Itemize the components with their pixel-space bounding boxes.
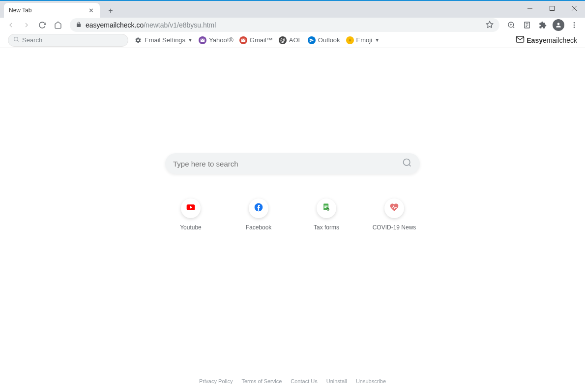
footer: Privacy Policy Terms of Service Contact … <box>0 378 585 384</box>
svg-point-20 <box>404 159 410 166</box>
toolbar-item-label: Email Settings <box>145 36 185 44</box>
outlook-link[interactable]: Outlook <box>308 36 340 44</box>
mail-icon <box>239 36 247 44</box>
chevron-down-icon: ▼ <box>188 37 193 43</box>
lock-icon <box>76 21 82 29</box>
svg-rect-28 <box>324 207 326 208</box>
reader-icon[interactable] <box>520 18 534 32</box>
smile-icon <box>346 36 354 44</box>
svg-marker-4 <box>486 21 493 28</box>
heart-pulse-icon <box>389 202 399 214</box>
chevron-down-icon: ▼ <box>375 37 380 43</box>
shortcut-label: Tax forms <box>314 224 339 231</box>
svg-line-17 <box>17 40 18 41</box>
url-domain: easyemailcheck.co <box>86 21 144 29</box>
facebook-icon <box>254 202 263 214</box>
at-icon: @ <box>279 36 287 44</box>
send-icon <box>308 36 316 44</box>
footer-privacy-link[interactable]: Privacy Policy <box>199 378 233 384</box>
svg-point-19 <box>350 39 351 40</box>
brand-logo: Easyemailcheck <box>516 35 577 45</box>
page-toolbar: Search Email Settings ▼ Yahoo!® Gmail™ @… <box>0 32 585 48</box>
toolbar-search-placeholder: Search <box>22 36 42 44</box>
menu-button[interactable] <box>567 18 581 32</box>
tab-title: New Tab <box>9 7 87 14</box>
svg-point-18 <box>349 39 350 40</box>
main-search-input[interactable] <box>173 160 402 168</box>
footer-uninstall-link[interactable]: Uninstall <box>326 378 347 384</box>
extensions-icon[interactable] <box>536 18 550 32</box>
shortcut-label: Youtube <box>180 224 202 231</box>
profile-avatar[interactable] <box>552 18 565 32</box>
home-button[interactable] <box>51 18 65 32</box>
url-path: /newtab/v1/e8bysu.html <box>144 21 216 29</box>
emoji-link[interactable]: Emoji ▼ <box>346 36 380 44</box>
document-icon <box>322 202 331 214</box>
bookmark-star-icon[interactable] <box>486 21 494 30</box>
shortcut-facebook[interactable]: Facebook <box>236 198 281 231</box>
forward-button[interactable] <box>20 18 33 32</box>
envelope-icon <box>516 35 525 45</box>
close-tab-icon[interactable]: ✕ <box>87 6 95 14</box>
brand-bold: Easy <box>526 36 543 44</box>
svg-point-14 <box>574 25 575 26</box>
toolbar-item-label: AOL <box>289 36 302 44</box>
brand-rest: emailcheck <box>543 36 577 44</box>
reload-button[interactable] <box>35 18 49 32</box>
window-controls <box>519 1 585 16</box>
toolbar-search-input[interactable]: Search <box>8 34 128 47</box>
shortcut-covid-news[interactable]: COVID-19 News <box>372 198 416 231</box>
svg-rect-1 <box>550 6 554 11</box>
main-search-bar[interactable] <box>165 153 420 174</box>
svg-rect-27 <box>324 206 328 207</box>
aol-link[interactable]: @ AOL <box>279 36 302 44</box>
toolbar-item-label: Yahoo!® <box>209 36 234 44</box>
gmail-link[interactable]: Gmail™ <box>239 36 273 44</box>
email-settings-link[interactable]: Email Settings ▼ <box>134 36 193 44</box>
svg-point-16 <box>14 37 18 41</box>
close-window-button[interactable] <box>563 1 585 16</box>
footer-unsubscribe-link[interactable]: Unsubscribe <box>356 378 386 384</box>
toolbar-item-label: Emoji <box>356 36 373 44</box>
back-button[interactable] <box>4 18 18 32</box>
zoom-icon[interactable] <box>504 18 518 32</box>
maximize-button[interactable] <box>541 1 563 16</box>
svg-line-6 <box>513 27 514 28</box>
gear-icon <box>134 36 142 44</box>
shortcuts-row: Youtube Facebook Tax forms <box>169 198 416 231</box>
address-bar[interactable]: easyemailcheck.co/newtab/v1/e8bysu.html <box>70 18 499 32</box>
search-icon <box>13 36 19 44</box>
main-content: Youtube Facebook Tax forms <box>0 48 585 392</box>
shortcut-label: Facebook <box>246 224 272 231</box>
search-button-icon[interactable] <box>402 158 412 169</box>
youtube-icon <box>186 202 196 214</box>
shortcut-youtube[interactable]: Youtube <box>169 198 213 231</box>
svg-point-13 <box>574 22 575 24</box>
address-row: easyemailcheck.co/newtab/v1/e8bysu.html <box>0 18 585 32</box>
footer-terms-link[interactable]: Terms of Service <box>241 378 282 384</box>
toolbar-item-label: Outlook <box>318 36 340 44</box>
tab-bar: New Tab ✕ + <box>0 1 585 18</box>
new-tab-button[interactable]: + <box>104 4 117 18</box>
shortcut-label: COVID-19 News <box>373 224 416 231</box>
toolbar-item-label: Gmail™ <box>250 36 273 44</box>
shortcut-taxforms[interactable]: Tax forms <box>304 198 349 231</box>
browser-tab[interactable]: New Tab ✕ <box>4 3 100 18</box>
svg-line-21 <box>409 165 411 167</box>
yahoo-link[interactable]: Yahoo!® <box>199 36 234 44</box>
svg-point-15 <box>574 27 575 28</box>
footer-contact-link[interactable]: Contact Us <box>291 378 317 384</box>
mail-icon <box>199 36 206 44</box>
minimize-button[interactable] <box>519 1 541 16</box>
svg-rect-26 <box>324 205 328 205</box>
